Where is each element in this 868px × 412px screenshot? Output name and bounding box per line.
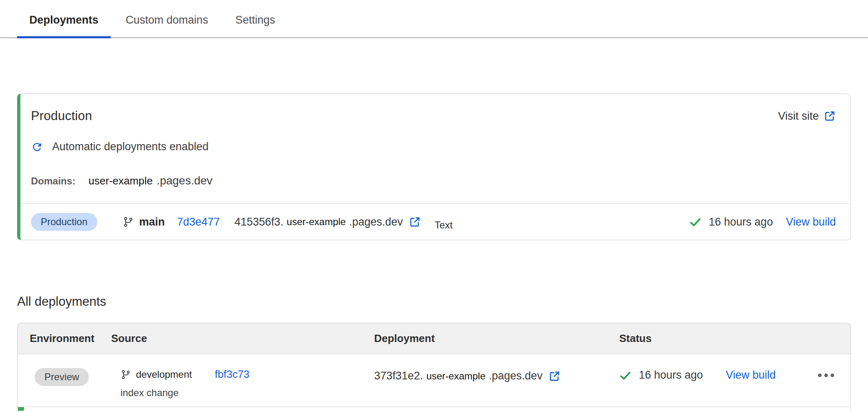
branch-name: main: [139, 216, 165, 228]
git-branch-icon: [123, 216, 134, 228]
url-suffix: .pages.dev: [489, 370, 543, 382]
source-cell: development fbf3c73 index change: [111, 368, 374, 399]
column-header-status: Status: [619, 332, 850, 345]
table-row: Preview development fbf3c73 index change…: [18, 354, 850, 407]
visit-site-link[interactable]: Visit site: [778, 110, 836, 123]
environment-badge: Preview: [35, 368, 89, 386]
url-name: user-example: [287, 216, 346, 228]
domain-suffix: .pages.dev: [157, 174, 213, 187]
success-check-icon: [619, 369, 631, 381]
all-deployments-heading: All deployments: [17, 294, 868, 309]
url-name: user-example: [426, 370, 485, 382]
tab-custom-domains[interactable]: Custom domains: [114, 0, 221, 37]
tab-settings[interactable]: Settings: [223, 0, 287, 37]
success-check-icon: [689, 216, 701, 228]
environment-badge: Production: [31, 213, 97, 231]
refresh-icon: [31, 141, 43, 153]
environment-cell: Preview: [30, 368, 111, 386]
url-suffix: .pages.dev: [349, 216, 403, 228]
view-build-link[interactable]: View build: [786, 216, 836, 228]
production-card: Production Visit site Automatic deployme: [17, 94, 851, 240]
view-build-link[interactable]: View build: [726, 369, 776, 381]
deploy-time: 16 hours ago: [639, 369, 703, 381]
commit-message: Text: [435, 219, 453, 231]
column-header-deployment: Deployment: [374, 332, 619, 345]
tab-deployments[interactable]: Deployments: [17, 0, 111, 37]
url-prefix: 373f31e2.: [374, 370, 423, 382]
row-actions-menu-icon[interactable]: [817, 373, 835, 378]
success-accent-bar: [18, 407, 24, 411]
branch-name: development: [136, 369, 192, 380]
external-link-icon: [824, 110, 836, 122]
domains-label: Domains:: [31, 175, 75, 187]
auto-deploy-status-text: Automatic deployments enabled: [52, 140, 208, 153]
url-prefix: 415356f3.: [235, 216, 283, 228]
external-link-icon[interactable]: [409, 216, 421, 228]
deployment-url-link[interactable]: 373f31e2. user-example .pages.dev: [374, 370, 561, 382]
status-cell: 16 hours ago View build: [619, 368, 850, 381]
domain-name: user-example: [88, 175, 153, 187]
column-header-environment: Environment: [30, 332, 111, 345]
commit-link[interactable]: 7d3e477: [177, 216, 220, 228]
deploy-time: 16 hours ago: [709, 216, 773, 228]
deployment-url-link[interactable]: 415356f3. user-example .pages.dev: [235, 216, 421, 228]
deployments-table: Environment Source Deployment Status Pre…: [17, 323, 851, 411]
production-card-title: Production: [31, 109, 92, 123]
next-table-row-cutoff: [18, 407, 850, 411]
git-branch-icon: [121, 369, 131, 380]
visit-site-label: Visit site: [778, 110, 819, 123]
commit-link[interactable]: fbf3c73: [215, 368, 249, 381]
deployment-cell: 373f31e2. user-example .pages.dev: [374, 368, 619, 382]
tab-bar: Deployments Custom domains Settings: [0, 0, 868, 38]
commit-message: index change: [121, 387, 374, 399]
column-header-source: Source: [111, 332, 374, 345]
external-link-icon[interactable]: [548, 370, 561, 382]
table-header-row: Environment Source Deployment Status: [18, 323, 850, 354]
production-deployment-row: Production main 7d3e477 415356f3. user-e…: [20, 204, 850, 240]
